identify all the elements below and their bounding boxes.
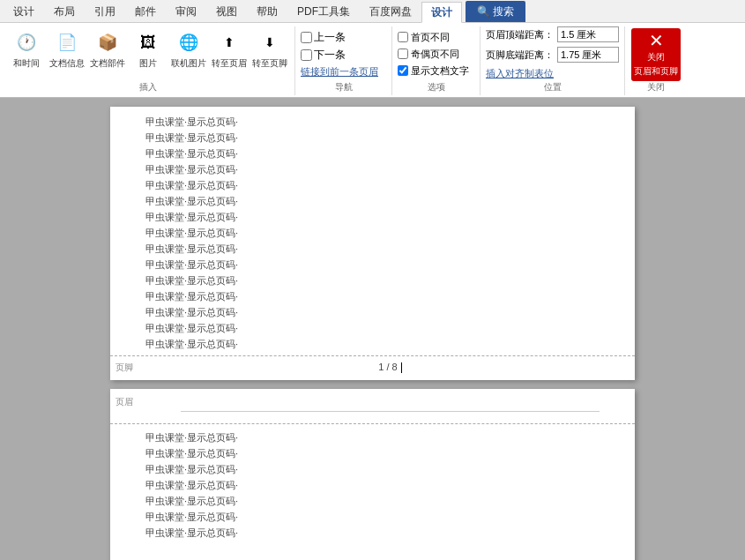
position-group-label: 位置 [481,81,624,93]
heshijian-icon: 🕐 [12,28,41,56]
option-xianshi: 显示文档文字 [398,64,469,78]
option-shouye: 首页不同 [398,31,450,44]
nav-group: 上一条 下一条 链接到前一条页眉 导航 [295,26,392,95]
page2-line-7: 甲虫课堂·显示总页码· [145,525,600,541]
page2-line-6: 甲虫课堂·显示总页码· [145,509,600,525]
page1-page-number: 1 / 8 [378,362,397,372]
btn-wendangxinxi[interactable]: 📄 文档信息 [48,26,86,71]
btn-lianjitupian-label: 联机图片 [171,58,206,69]
checkbox-xianshi[interactable] [398,65,408,76]
btn-wendangxinxi-label: 文档信息 [49,58,85,69]
wendangxinxi-icon: 📄 [53,28,81,56]
pos-footer-label: 页脚底端距离： [486,49,554,62]
checkbox-jiou[interactable] [398,49,408,59]
page1-line-10: 甲虫课堂·显示总页码· [145,257,600,273]
page1-line-14: 甲虫课堂·显示总页码· [145,320,600,336]
insert-group-label: 插入 [2,81,294,93]
close-header-footer-button[interactable]: ✕ 关闭 页眉和页脚 [631,28,681,81]
btn-zhuanzhiyejiao-label: 转至页脚 [252,58,287,69]
tab-bangzhu[interactable]: 帮助 [247,1,287,22]
page-2: 页眉 甲虫课堂·显示总页码· 甲虫课堂·显示总页码· 甲虫课堂·显示总页码· 甲… [110,389,635,560]
cursor-blink [401,362,402,373]
checkbox-shangyi[interactable] [301,32,312,43]
page1-line-6: 甲虫课堂·显示总页码· [145,193,600,209]
page1-line-11: 甲虫课堂·显示总页码· [145,273,600,288]
tab-yinyong[interactable]: 引用 [85,1,125,22]
close-group: ✕ 关闭 页眉和页脚 关闭 [625,26,687,95]
btn-zhuanzhiyemei[interactable]: ⬆ 转至页眉 [210,26,249,71]
btn-wendangbujian[interactable]: 📦 文档部件 [88,26,127,71]
page2-line-2: 甲虫课堂·显示总页码· [145,445,600,461]
tab-shenyue[interactable]: 审阅 [166,1,206,22]
btn-zhuanzhiyejiao[interactable]: ⬇ 转至页脚 [250,26,289,71]
page1-line-3: 甲虫课堂·显示总页码· [145,146,600,161]
tab-baidu[interactable]: 百度网盘 [360,1,421,22]
checkbox-xiayi[interactable] [301,49,312,61]
link-align[interactable]: 插入对齐制表位 [486,67,554,80]
close-button-label-line1: 关闭 [647,51,665,63]
page2-header: 页眉 [110,389,635,424]
options-group-label: 选项 [392,81,480,93]
page1-line-4: 甲虫课堂·显示总页码· [145,161,600,177]
btn-heshijian-label: 和时间 [13,58,40,69]
page2-header-label: 页眉 [115,396,133,408]
zhuanzhiyemei-icon: ⬆ [215,28,243,56]
close-button-label-line2: 页眉和页脚 [634,65,678,78]
tab-search[interactable]: 🔍 搜索 [466,1,525,22]
page2-line-4: 甲虫课堂·显示总页码· [145,477,600,493]
insert-group: 🕐 和时间 📄 文档信息 📦 文档部件 🖼 图片 🌐 联机图片 [2,26,295,95]
close-group-label: 关闭 [625,81,687,93]
ribbon: 设计 布局 引用 邮件 审阅 视图 帮助 PDF工具集 百度网盘 设计 🔍 搜索… [0,0,745,98]
footer-label-1: 页脚 [115,362,133,374]
jiou-label: 奇偶页不同 [411,48,459,61]
zhuanzhiyejiao-icon: ⬇ [256,28,284,56]
options-group: 首页不同 奇偶页不同 显示文档文字 选项 [392,26,481,95]
ribbon-body: 🕐 和时间 📄 文档信息 📦 文档部件 🖼 图片 🌐 联机图片 [0,23,745,98]
tab-buju[interactable]: 布局 [44,1,85,22]
page2-content: 甲虫课堂·显示总页码· 甲虫课堂·显示总页码· 甲虫课堂·显示总页码· 甲虫课堂… [110,424,635,544]
ribbon-tabs-row: 设计 布局 引用 邮件 审阅 视图 帮助 PDF工具集 百度网盘 设计 🔍 搜索 [0,0,745,23]
page1-line-12: 甲虫课堂·显示总页码· [145,288,600,304]
page1-line-9: 甲虫课堂·显示总页码· [145,241,600,257]
page1-line-13: 甲虫课堂·显示总页码· [145,304,600,320]
page1-content: 甲虫课堂·显示总页码· 甲虫课堂·显示总页码· 甲虫课堂·显示总页码· 甲虫课堂… [110,107,635,355]
btn-tupian-label: 图片 [139,58,157,69]
pos-header-label: 页眉顶端距离： [486,28,554,41]
page1-line-8: 甲虫课堂·显示总页码· [145,225,600,241]
xianshi-label: 显示文档文字 [411,64,469,78]
page1-line-7: 甲虫课堂·显示总页码· [145,209,600,225]
checkbox-shouye[interactable] [398,32,408,42]
page1-line-2: 甲虫课堂·显示总页码· [145,130,600,146]
close-x-icon: ✕ [649,32,664,49]
nav-group-label: 导航 [295,81,391,93]
option-jiouyebutong: 奇偶页不同 [398,48,459,61]
position-group: 页眉顶端距离： 页脚底端距离： 插入对齐制表位 位置 [481,26,625,95]
tupian-icon: 🖼 [134,28,162,56]
tab-sheji2-active[interactable]: 设计 [421,2,462,23]
btn-heshijian[interactable]: 🕐 和时间 [7,26,46,71]
pos-footer-row: 页脚底端距离： [486,47,619,63]
pos-footer-input[interactable] [557,47,619,63]
tab-pdf[interactable]: PDF工具集 [287,1,360,22]
link-lianjie[interactable]: 链接到前一条页眉 [301,65,378,78]
page-1: 甲虫课堂·显示总页码· 甲虫课堂·显示总页码· 甲虫课堂·显示总页码· 甲虫课堂… [110,107,635,380]
pos-header-row: 页眉顶端距离： [486,26,619,42]
btn-zhuanzhiyemei-label: 转至页眉 [212,58,247,69]
btn-tupian[interactable]: 🖼 图片 [129,26,168,71]
wendangbujian-icon: 📦 [93,28,122,56]
btn-lianjitupian[interactable]: 🌐 联机图片 [169,26,208,71]
pos-align-row: 插入对齐制表位 [486,67,554,80]
nav-prev-row: 上一条 [301,30,346,45]
btn-wendangbujian-label: 文档部件 [90,58,125,69]
shouye-label: 首页不同 [411,31,450,44]
tab-youjian[interactable]: 邮件 [125,1,166,22]
pos-header-input[interactable] [557,26,619,42]
page1-footer-text: 1 / 8 [181,360,600,373]
page1-line-15: 甲虫课堂·显示总页码· [145,336,600,352]
page1-footer: 页脚 1 / 8 [110,355,635,378]
page1-line-5: 甲虫课堂·显示总页码· [145,177,600,193]
checkbox-shangyi-label: 上一条 [314,30,346,45]
tab-sheji1[interactable]: 设计 [4,1,44,22]
tab-shitu[interactable]: 视图 [206,1,247,22]
lianjitupian-icon: 🌐 [175,28,203,56]
